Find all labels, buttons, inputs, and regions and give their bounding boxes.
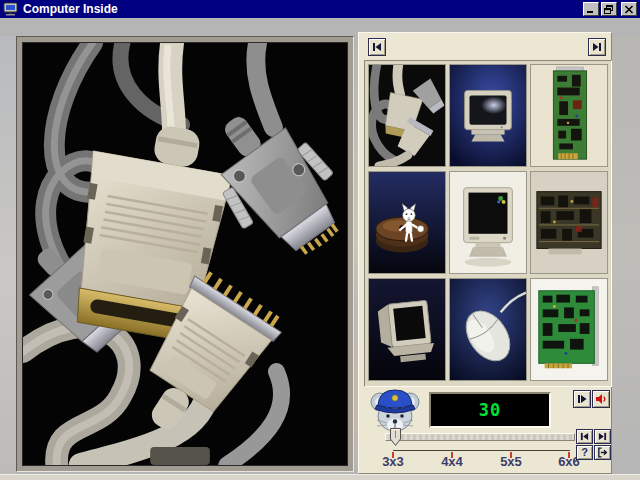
size-label-4x4: 4x4 bbox=[435, 454, 469, 469]
thumbnail-sound-card[interactable] bbox=[530, 278, 608, 381]
skip-to-first-icon bbox=[580, 432, 589, 441]
minimize-button[interactable] bbox=[583, 2, 599, 16]
window-title: Computer Inside bbox=[23, 0, 579, 18]
background-texture bbox=[0, 36, 16, 474]
play-button[interactable] bbox=[573, 390, 591, 408]
size-label-3x3: 3x3 bbox=[376, 454, 410, 469]
thumbnail-hard-disk-cat[interactable] bbox=[368, 171, 446, 274]
app-window: Computer Inside bbox=[0, 0, 640, 480]
thumbnail-circuit-board[interactable] bbox=[530, 64, 608, 167]
app-icon bbox=[3, 2, 19, 16]
exit-door-icon bbox=[597, 447, 608, 458]
restore-icon bbox=[604, 5, 614, 14]
thumbnail-mouse[interactable] bbox=[449, 278, 527, 381]
control-panel: 30 3x3 4x4 5x5 bbox=[358, 32, 612, 474]
difficulty-slider-track[interactable] bbox=[385, 433, 575, 441]
help-button[interactable]: ? bbox=[576, 445, 593, 460]
filmstrip-last-button[interactable] bbox=[588, 38, 606, 56]
difficulty-slider-thumb[interactable] bbox=[390, 428, 401, 446]
photo-viewer-frame bbox=[16, 36, 354, 472]
thumbnail-circuit-board-dark[interactable] bbox=[530, 171, 608, 274]
skip-to-last-icon bbox=[598, 432, 607, 441]
restore-button[interactable] bbox=[601, 2, 617, 16]
skip-to-first-icon bbox=[372, 42, 382, 52]
photo-cables bbox=[22, 42, 348, 466]
filmstrip-first-button[interactable] bbox=[368, 38, 386, 56]
titlebar[interactable]: Computer Inside bbox=[0, 0, 640, 18]
go-last-button[interactable] bbox=[594, 429, 611, 444]
exit-button[interactable] bbox=[594, 445, 611, 460]
thumbnail-cables[interactable] bbox=[368, 64, 446, 167]
help-label: ? bbox=[581, 447, 588, 458]
window-bottom-edge bbox=[0, 474, 640, 480]
background-texture bbox=[612, 36, 640, 474]
size-label-5x5: 5x5 bbox=[494, 454, 528, 469]
tile-counter-display: 30 bbox=[429, 392, 551, 428]
navigation-button-group: ? bbox=[576, 429, 611, 460]
thumbnail-monitor-angled[interactable] bbox=[368, 278, 446, 381]
sound-button[interactable] bbox=[592, 390, 610, 408]
tile-counter-value: 30 bbox=[479, 400, 501, 420]
window-controls bbox=[583, 2, 637, 16]
speaker-icon bbox=[595, 393, 607, 405]
close-button[interactable] bbox=[621, 2, 637, 16]
go-first-button[interactable] bbox=[576, 429, 593, 444]
step-play-icon bbox=[577, 394, 587, 404]
close-icon bbox=[624, 5, 634, 14]
thumbnail-monitor[interactable] bbox=[449, 64, 527, 167]
thumbnail-grid bbox=[364, 60, 612, 387]
skip-to-last-icon bbox=[592, 42, 602, 52]
slider-scale-line bbox=[393, 450, 570, 451]
minimize-icon bbox=[586, 5, 596, 14]
thumbnail-monitor-white[interactable] bbox=[449, 171, 527, 274]
